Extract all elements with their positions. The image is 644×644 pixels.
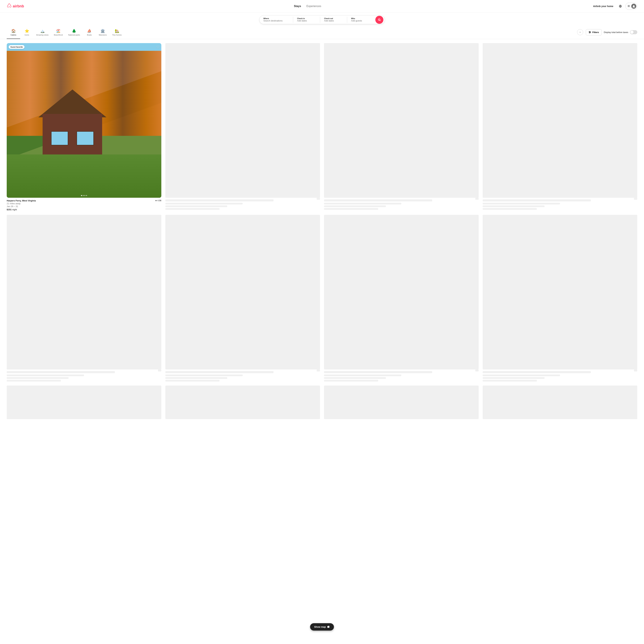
taxes-label: Display total before taxes bbox=[604, 31, 628, 34]
svg-point-11 bbox=[590, 32, 591, 33]
svg-point-12 bbox=[589, 33, 590, 33]
nav-stays[interactable]: Stays bbox=[294, 5, 301, 8]
airbnb-home-button[interactable]: Airbnb your home bbox=[591, 4, 615, 9]
chevron-right-button[interactable]: › bbox=[577, 29, 583, 35]
category-item-icons[interactable]: ⭐ Icons bbox=[20, 28, 34, 39]
skeleton-rating bbox=[317, 198, 320, 200]
nav-experiences[interactable]: Experiences bbox=[306, 5, 321, 8]
listing-rating: ★ 4.98 bbox=[155, 199, 161, 202]
category-item-mansions[interactable]: 🏛️ Mansions bbox=[96, 28, 110, 39]
category-item-beachfront[interactable]: 🏖️ Beachfront bbox=[51, 28, 65, 39]
dot-2 bbox=[83, 195, 84, 196]
checkout-value[interactable]: Add dates bbox=[324, 19, 343, 22]
skeleton-price bbox=[7, 380, 61, 382]
skeleton-image bbox=[483, 43, 637, 198]
dot-3 bbox=[84, 195, 85, 196]
user-menu[interactable] bbox=[625, 3, 637, 10]
skeleton-price bbox=[324, 208, 378, 210]
where-label: Where bbox=[263, 17, 289, 19]
who-label: Who bbox=[351, 17, 370, 19]
hamburger-icon bbox=[628, 5, 630, 8]
category-item-national-parks[interactable]: 🌲 National parks bbox=[66, 28, 83, 39]
guest-favorite-badge: Guest favorite bbox=[9, 45, 24, 49]
dot-1 bbox=[81, 195, 82, 196]
language-button[interactable] bbox=[617, 3, 623, 9]
dot-4 bbox=[86, 195, 87, 196]
search-button[interactable] bbox=[375, 16, 383, 24]
skeleton-image bbox=[483, 386, 637, 419]
svg-rect-3 bbox=[628, 7, 630, 7]
category-icon-icons: ⭐ bbox=[25, 29, 29, 33]
skeleton-sub2 bbox=[165, 377, 227, 379]
listing-card-skeleton-8 bbox=[7, 386, 161, 419]
category-icon-national-parks: 🌲 bbox=[72, 29, 76, 33]
taxes-toggle: Display total before taxes bbox=[604, 30, 637, 34]
header: airbnb Stays Experiences Airbnb your hom… bbox=[0, 0, 644, 13]
category-label-tiny-homes: Tiny homes bbox=[112, 34, 122, 36]
listings-container: Guest favorite ♡ Harpers Ferry, West Vir… bbox=[0, 39, 644, 423]
category-bar: 🏠 Cabins ⭐ Icons 🏔️ Amazing views 🏖️ Bea… bbox=[0, 24, 644, 39]
category-icon-beachfront: 🏖️ bbox=[56, 29, 61, 33]
skeleton-rating bbox=[475, 198, 479, 200]
skeleton-sub2 bbox=[324, 205, 386, 207]
listing-card-featured[interactable]: Guest favorite ♡ Harpers Ferry, West Vir… bbox=[7, 43, 161, 211]
listing-card-skeleton-6 bbox=[324, 215, 479, 382]
category-label-beachfront: Beachfront bbox=[54, 34, 63, 36]
skeleton-sub1 bbox=[483, 203, 560, 204]
listing-card-skeleton-4 bbox=[7, 215, 161, 382]
where-section[interactable]: Where Search destinations bbox=[259, 15, 293, 24]
checkout-section[interactable]: Check out Add dates bbox=[320, 15, 347, 24]
skeleton-rating bbox=[158, 369, 161, 371]
category-icon-mansions: 🏛️ bbox=[100, 29, 105, 33]
listing-card-skeleton-7 bbox=[483, 215, 637, 382]
main-nav: Stays Experiences bbox=[294, 5, 321, 8]
skeleton-price bbox=[483, 208, 537, 210]
skeleton-image bbox=[324, 43, 479, 198]
skeleton-image bbox=[165, 43, 320, 198]
skeleton-image bbox=[165, 386, 320, 419]
skeleton-title bbox=[324, 199, 432, 201]
skeleton-image bbox=[7, 215, 161, 369]
skeleton-sub1 bbox=[7, 374, 84, 376]
skeleton-title bbox=[483, 199, 591, 201]
filters-button[interactable]: Filters bbox=[586, 29, 602, 35]
image-dots bbox=[81, 195, 87, 196]
skeleton-image bbox=[483, 215, 637, 369]
logo[interactable]: airbnb bbox=[7, 3, 24, 9]
listing-card-skeleton-1 bbox=[165, 43, 320, 211]
nav-right: Airbnb your home bbox=[591, 3, 637, 10]
category-label-cabins: Cabins bbox=[11, 34, 16, 36]
category-icon-boats: ⛵ bbox=[87, 29, 92, 33]
listing-card-skeleton-10 bbox=[324, 386, 479, 419]
bar-right: Filters Display total before taxes bbox=[586, 29, 637, 35]
where-input[interactable]: Search destinations bbox=[263, 19, 289, 22]
category-items: 🏠 Cabins ⭐ Icons 🏔️ Amazing views 🏖️ Bea… bbox=[7, 28, 576, 39]
listing-price: $151 night bbox=[7, 208, 161, 211]
wishlist-button[interactable]: ♡ bbox=[156, 45, 159, 49]
listing-card-skeleton-3 bbox=[483, 43, 637, 211]
listing-info: Harpers Ferry, West Virginia ★ 4.98 21 m… bbox=[7, 198, 161, 211]
skeleton-title bbox=[7, 371, 115, 373]
listing-card-skeleton-11 bbox=[483, 386, 637, 419]
listing-distance: 21 miles away bbox=[7, 202, 161, 205]
airbnb-logo-icon bbox=[7, 3, 12, 9]
category-icon-tiny-homes: 🏡 bbox=[115, 29, 119, 33]
taxes-toggle-switch[interactable] bbox=[630, 30, 637, 34]
checkin-value[interactable]: Add dates bbox=[297, 19, 316, 22]
who-value[interactable]: Add guests bbox=[351, 19, 370, 22]
category-item-tiny-homes[interactable]: 🏡 Tiny homes bbox=[110, 28, 124, 39]
category-item-cabins[interactable]: 🏠 Cabins bbox=[7, 28, 20, 39]
category-icon-amazing-views: 🏔️ bbox=[40, 29, 45, 33]
category-label-icons: Icons bbox=[25, 34, 29, 36]
skeleton-title bbox=[483, 371, 591, 373]
checkin-section[interactable]: Check in Add dates bbox=[293, 15, 320, 24]
skeleton-title bbox=[165, 199, 274, 201]
listing-card-skeleton-2 bbox=[324, 43, 479, 211]
toggle-knob bbox=[630, 31, 634, 34]
category-item-boats[interactable]: ⛵ Boats bbox=[83, 28, 96, 39]
logo-text: airbnb bbox=[13, 4, 24, 8]
who-section[interactable]: Who Add guests bbox=[347, 15, 374, 24]
category-item-amazing-views[interactable]: 🏔️ Amazing views bbox=[34, 28, 51, 39]
skeleton-sub2 bbox=[483, 205, 545, 207]
rating-value: 4.98 bbox=[157, 199, 161, 202]
